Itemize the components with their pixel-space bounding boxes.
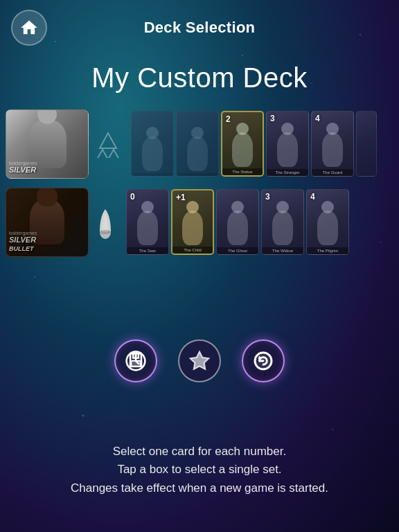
card-info: The Seer [127,247,168,254]
card-number-label: 0 [130,192,135,202]
silver-bullet-card-3[interactable]: 3 The Widow [261,189,304,255]
card-name-label: The Stranger [269,170,306,175]
action-buttons-container [0,339,399,382]
silver-card-5[interactable] [356,111,377,177]
figure-head [276,201,289,213]
card-info [132,173,173,176]
instructions-text: Select one card for each number. Tap a b… [14,443,385,497]
bullet-icon-container [91,203,119,241]
header: Deck Selection [0,0,399,55]
silver-bullet-title: SILVERBULLET [9,236,85,252]
card-figure [127,209,168,247]
silver-deck-row: boldergames SILVER [6,107,393,180]
card-name-label: The Seer [129,249,166,253]
card-info: The Ghost [217,247,258,254]
figure-body [182,211,203,245]
silver-publisher: boldergames [9,161,85,166]
home-button[interactable] [11,10,47,46]
figure-head [146,127,159,139]
silver-card-empty-2[interactable] [176,111,219,177]
silver-bullet-publisher: boldergames [9,231,85,236]
silver-set-symbol [89,125,127,163]
silver-bullet-deck-row: boldergames SILVERBULLET 0 [6,186,393,258]
silver-card-3[interactable]: 3 The Stranger [266,111,309,177]
figure-body [187,136,208,171]
card-number-label: 2 [226,114,231,124]
figure-body [272,211,293,245]
figure-body [232,132,253,167]
svg-rect-8 [131,361,140,366]
card-number-label: 4 [310,192,315,202]
svg-rect-7 [133,353,139,358]
card-figure [357,137,376,176]
silver-box-label: boldergames SILVER [9,161,85,174]
save-icon [125,350,147,372]
card-name-label: The Widow [264,249,301,253]
card-figure [312,130,353,169]
card-figure [267,130,308,169]
svg-marker-9 [190,352,209,369]
instructions-line3: Changes take effect when a new game is s… [71,481,328,495]
card-info: The Stranger [267,169,308,176]
silver-deck-box[interactable]: boldergames SILVER [6,109,89,179]
card-number-label: 3 [265,192,270,202]
card-figure [262,209,303,247]
silver-bullet-deck-box[interactable]: boldergames SILVERBULLET [6,188,89,257]
favorite-button[interactable] [178,339,221,382]
instructions-line1: Select one card for each number. [113,445,286,458]
silver-card-4[interactable]: 4 The Guard [311,111,354,177]
card-name-label: The Pilgrim [309,249,346,253]
silver-bullet-card-plus1[interactable]: +1 The Child [171,189,214,255]
card-figure [307,209,348,247]
card-info: The Pilgrim [307,247,348,254]
figure-body [227,211,248,245]
figure-head [326,123,339,135]
star-icon [188,350,211,372]
card-name-label: The Guard [314,170,351,175]
card-figure [222,130,263,168]
save-button[interactable] [114,339,157,382]
figure-head [321,201,334,213]
figure-head [236,123,249,135]
card-name-label: The Child [175,248,211,252]
silver-card-empty-1[interactable] [131,111,174,177]
card-info: The Widow [262,247,303,254]
svg-marker-0 [100,133,116,148]
silver-bullet-box-label: boldergames SILVERBULLET [9,231,85,252]
card-name-label: The Statue [224,170,260,174]
figure-body [322,132,343,167]
card-figure [172,209,213,247]
card-number-label: 3 [270,114,275,123]
card-number-label: 4 [315,114,320,123]
deck-rows: boldergames SILVER [0,107,399,258]
reset-button[interactable] [242,339,285,382]
card-info: The Child [172,247,213,254]
card-info: The Statue [222,168,263,175]
silver-bullet-card-ghost[interactable]: The Ghost [216,189,259,255]
silver-card-2[interactable]: 2 The Statue [221,111,264,177]
svg-marker-2 [108,150,119,158]
card-name-label: The Ghost [219,249,256,253]
silver-bullet-card-strip: 0 The Seer +1 The [122,186,393,258]
svg-marker-1 [97,150,108,158]
silver-bullet-card-0[interactable]: 0 The Seer [126,189,169,255]
figure-head [141,201,154,213]
figure-head [231,201,244,213]
figure-body [137,211,158,245]
card-info [177,173,218,176]
page-title: Deck Selection [144,19,256,37]
triforce-symbol-icon [94,130,122,158]
figure-body [142,136,163,171]
silver-title: SILVER [9,166,85,174]
card-number-label: +1 [176,193,186,202]
figure-head [191,127,204,139]
figure-head [281,123,294,135]
reset-icon [252,350,274,372]
figure-body [317,211,338,245]
bullet-icon [98,206,113,239]
silver-card-strip: 2 The Statue 3 The [127,107,393,180]
deck-name-title: My Custom Deck [0,62,399,94]
instructions-line2: Tap a box to select a single set. [117,463,281,476]
silver-bullet-card-4[interactable]: 4 The Pilgrim [306,189,349,255]
card-figure [217,209,258,247]
